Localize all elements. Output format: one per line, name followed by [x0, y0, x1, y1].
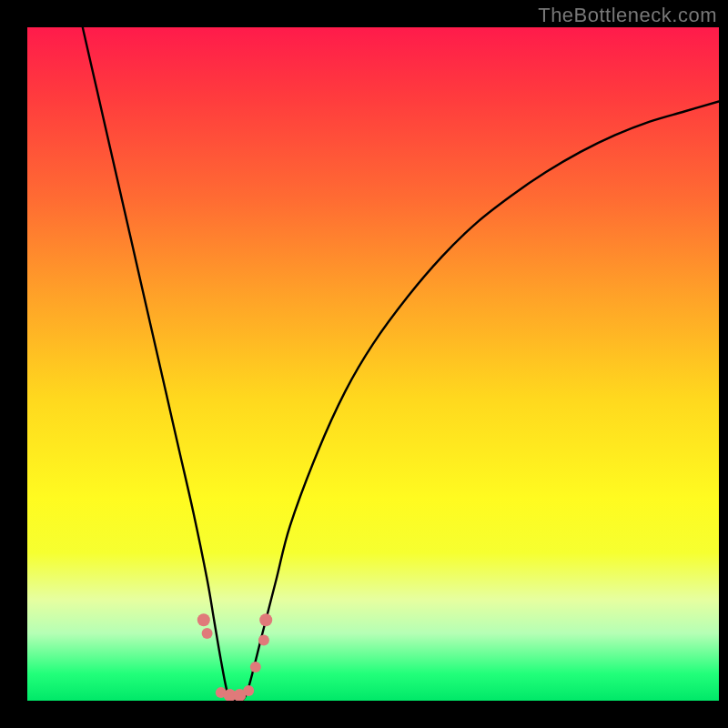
chart-frame: TheBottleneck.com	[0, 0, 728, 728]
plot-area	[27, 27, 719, 701]
chart-svg	[27, 27, 719, 701]
data-marker	[243, 685, 254, 696]
data-marker	[258, 634, 269, 645]
bottleneck-curve	[83, 27, 719, 701]
data-marker	[197, 613, 210, 626]
data-marker	[250, 662, 261, 672]
marker-group	[197, 613, 272, 701]
data-marker	[202, 628, 213, 639]
data-marker	[259, 613, 272, 626]
watermark-text: TheBottleneck.com	[538, 4, 717, 27]
